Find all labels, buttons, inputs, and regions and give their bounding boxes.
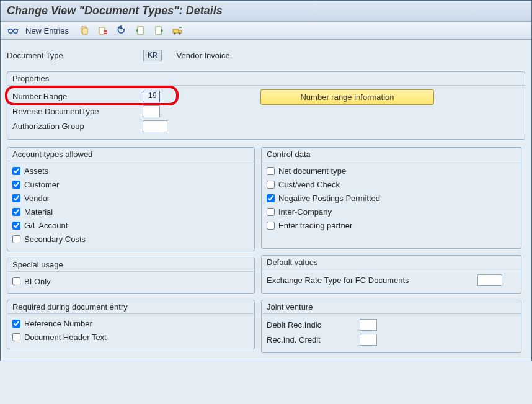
credit-rec-input[interactable] — [360, 334, 377, 346]
exch-rate-label: Exchange Rate Type for FC Documents — [267, 276, 477, 285]
svg-rect-7 — [156, 27, 161, 34]
glasses-icon[interactable] — [6, 24, 20, 37]
control-data-checkbox[interactable] — [267, 167, 275, 175]
account-type-item: Secondary Costs — [12, 232, 249, 246]
doc-type-label: Document Type — [7, 51, 137, 60]
control-data-item: Inter-Company — [267, 205, 516, 218]
properties-title: Properties — [7, 72, 525, 86]
reverse-doc-input[interactable] — [143, 105, 160, 117]
account-type-item: Assets — [12, 164, 249, 177]
account-types-group: Account types allowed AssetsCustomerVend… — [7, 147, 255, 251]
special-usage-title: Special usage — [7, 258, 254, 272]
control-data-checkbox[interactable] — [267, 222, 275, 230]
new-entries-button[interactable]: New Entries — [25, 26, 69, 35]
number-range-input[interactable] — [143, 91, 160, 102]
account-type-label: Assets — [24, 166, 48, 176]
joint-venture-title: Joint venture — [262, 300, 521, 314]
account-type-checkbox[interactable] — [12, 167, 20, 175]
control-data-group: Control data Net document typeCust/vend … — [261, 147, 521, 249]
account-type-item: Customer — [12, 177, 249, 191]
control-data-label: Enter trading partner — [278, 221, 352, 230]
auth-group-input[interactable] — [143, 120, 167, 132]
default-values-group: Default values Exchange Rate Type for FC… — [261, 255, 521, 294]
svg-point-0 — [9, 29, 12, 33]
account-type-label: Secondary Costs — [24, 235, 86, 244]
svg-point-11 — [179, 33, 181, 35]
svg-rect-8 — [173, 29, 179, 33]
control-data-item: Net document type — [267, 164, 516, 177]
exch-rate-input[interactable] — [477, 274, 502, 286]
control-data-checkbox[interactable] — [267, 181, 275, 189]
copy-icon[interactable] — [78, 24, 91, 37]
account-type-checkbox[interactable] — [12, 235, 20, 243]
reverse-doc-label: Reverse DocumentType — [12, 107, 143, 116]
doc-type-desc: Vendor Invoice — [177, 51, 230, 60]
required-entry-label: Reference Number — [24, 319, 92, 328]
required-entry-label: Document Header Text — [24, 333, 107, 342]
required-entry-checkbox[interactable] — [12, 333, 20, 341]
account-type-label: G/L Account — [24, 221, 68, 230]
control-data-item: Negative Postings Permitted — [267, 191, 516, 205]
transport-icon[interactable] — [171, 24, 185, 37]
control-data-item: Enter trading partner — [267, 218, 516, 232]
special-usage-label: BI Only — [24, 277, 51, 286]
debit-rec-label: Debit Rec.Indic — [267, 320, 360, 330]
account-type-item: G/L Account — [12, 218, 249, 232]
svg-point-1 — [14, 29, 17, 33]
control-data-checkbox[interactable] — [267, 208, 275, 216]
control-data-checkbox[interactable] — [267, 194, 275, 202]
doc-next-icon[interactable] — [152, 24, 166, 37]
delete-icon[interactable] — [96, 24, 110, 37]
account-type-label: Material — [24, 207, 53, 217]
svg-rect-3 — [82, 28, 87, 34]
header-row: Document Type KR Vendor Invoice — [7, 43, 525, 71]
account-type-label: Vendor — [24, 194, 50, 203]
undo-icon[interactable] — [115, 24, 128, 37]
account-types-title: Account types allowed — [7, 148, 254, 161]
required-entry-item: Reference Number — [12, 316, 249, 330]
number-range-info-button[interactable]: Number range information — [260, 89, 434, 105]
toolbar: New Entries — [1, 22, 531, 40]
account-type-checkbox[interactable] — [12, 208, 20, 216]
control-data-label: Cust/vend Check — [278, 180, 340, 189]
joint-venture-group: Joint venture Debit Rec.Indic Rec.Ind. C… — [261, 300, 521, 353]
account-type-checkbox[interactable] — [12, 194, 20, 202]
credit-rec-label: Rec.Ind. Credit — [267, 335, 360, 344]
svg-rect-9 — [179, 30, 182, 33]
svg-point-10 — [174, 33, 176, 35]
required-entry-checkbox[interactable] — [12, 320, 20, 328]
control-data-label: Net document type — [278, 166, 346, 176]
default-values-title: Default values — [262, 256, 521, 269]
control-data-label: Inter-Company — [278, 207, 332, 217]
account-type-checkbox[interactable] — [12, 181, 20, 189]
required-entry-group: Required during document entry Reference… — [7, 300, 255, 349]
special-usage-group: Special usage BI Only — [7, 258, 255, 294]
doc-prev-icon[interactable] — [133, 24, 147, 37]
account-type-checkbox[interactable] — [12, 222, 20, 230]
control-data-item: Cust/vend Check — [267, 177, 516, 191]
body: Document Type KR Vendor Invoice Properti… — [1, 40, 531, 361]
doc-type-code: KR — [143, 50, 162, 61]
required-entry-item: Document Header Text — [12, 330, 249, 344]
control-data-title: Control data — [262, 148, 521, 161]
required-entry-title: Required during document entry — [7, 300, 254, 314]
special-usage-checkbox[interactable] — [12, 277, 20, 285]
account-type-label: Customer — [24, 180, 59, 189]
account-type-item: Vendor — [12, 191, 249, 205]
page-title: Change View "Document Types": Details — [1, 1, 531, 22]
debit-rec-input[interactable] — [360, 319, 377, 331]
svg-rect-6 — [138, 27, 143, 34]
control-data-label: Negative Postings Permitted — [278, 194, 380, 203]
auth-group-label: Authorization Group — [12, 122, 143, 131]
properties-group: Properties Number Range Reverse Document… — [7, 71, 525, 140]
special-usage-item: BI Only — [12, 274, 249, 288]
account-type-item: Material — [12, 205, 249, 218]
number-range-label: Number Range — [12, 92, 143, 101]
